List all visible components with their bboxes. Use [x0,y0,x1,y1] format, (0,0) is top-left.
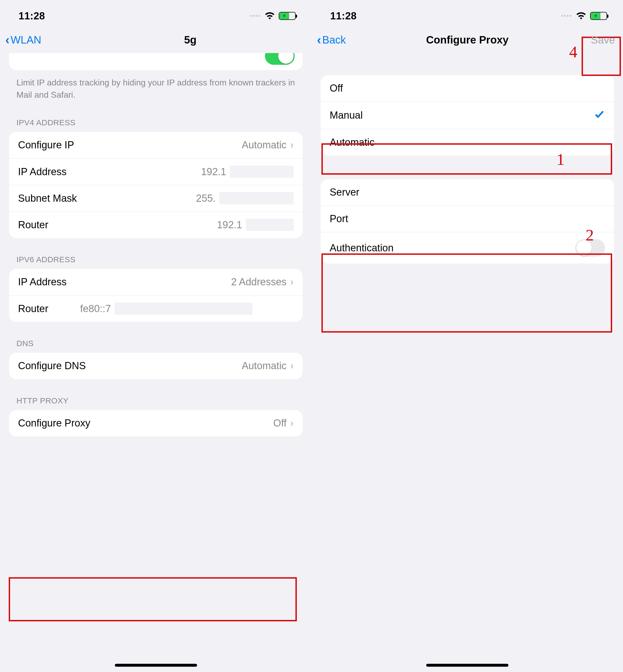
cellular-dots-icon: •••• [249,12,261,20]
home-indicator[interactable] [426,664,508,667]
configure-dns-row[interactable]: Configure DNS Automatic› [9,353,303,379]
section-header-dns: DNS [9,322,303,353]
status-time: 11:28 [330,10,357,22]
router-ipv6-value: fe80::7 [80,303,111,314]
dns-card: Configure DNS Automatic› [9,353,303,379]
configure-dns-value: Automatic [242,360,287,371]
configure-dns-label: Configure DNS [18,360,86,371]
ip-address-row: IP Address 192.1 [9,159,303,185]
section-header-proxy: HTTP PROXY [9,379,303,410]
router-ipv4-row: Router 192.1 [9,212,303,238]
authentication-label: Authentication [330,242,393,254]
configure-ip-value: Automatic [242,139,287,151]
proxy-automatic-row[interactable]: Automatic [321,129,614,156]
checkmark-icon [594,109,605,122]
nav-bar: ‹ WLAN 5g [0,27,312,53]
ip-address-value: 192.1 [201,166,226,177]
cellular-dots-icon: •••• [561,12,572,20]
subnet-mask-value: 255. [196,193,216,204]
toggle-on-icon[interactable] [265,53,295,65]
status-icons: •••• ⚡︎ [561,12,607,20]
configure-proxy-screen: 11:28 •••• ⚡︎ ‹ Back Configure Proxy Sav… [312,0,623,672]
ip-address-v6-label: IP Address [18,276,66,288]
router-ipv4-value: 192.1 [217,219,242,231]
proxy-card: Configure Proxy Off› [9,410,303,437]
configure-proxy-label: Configure Proxy [18,418,90,429]
configure-proxy-row[interactable]: Configure Proxy Off› [9,410,303,437]
status-time: 11:28 [19,10,45,22]
router-ipv6-label: Router [18,303,48,314]
proxy-automatic-label: Automatic [330,137,375,148]
battery-icon: ⚡︎ [279,12,296,20]
proxy-fields-card: Server Port Authentication [321,179,614,263]
configure-proxy-value: Off [273,418,287,429]
port-label: Port [330,213,348,225]
ip-address-v6-row[interactable]: IP Address 2 Addresses› [9,269,303,296]
proxy-manual-row[interactable]: Manual [321,102,614,129]
section-header-ipv4: IPV4 ADDRESS [9,101,303,132]
tracking-description: Limit IP address tracking by hiding your… [9,74,303,101]
wifi-icon [576,12,586,20]
previous-card-peek [9,53,303,70]
battery-icon: ⚡︎ [590,12,607,20]
authentication-row: Authentication [321,232,614,263]
status-bar: 11:28 •••• ⚡︎ [312,0,623,27]
proxy-mode-card: Off Manual Automatic [321,75,614,156]
annotation-number-4: 4 [569,43,577,61]
redaction-mask [246,219,294,231]
router-ipv6-row: Router fe80::7 [9,296,303,322]
chevron-right-icon: › [290,418,294,429]
ip-address-v6-value: 2 Addresses [231,276,287,288]
proxy-off-row[interactable]: Off [321,75,614,102]
status-icons: •••• ⚡︎ [249,12,296,20]
ip-address-label: IP Address [18,166,66,177]
annotation-number-2: 2 [586,226,594,245]
proxy-manual-label: Manual [330,110,363,121]
redaction-mask [230,166,294,178]
chevron-right-icon: › [290,360,294,371]
router-ipv4-label: Router [18,219,48,231]
port-row[interactable]: Port [321,205,614,232]
proxy-off-label: Off [330,83,343,94]
wifi-icon [264,12,275,20]
redaction-mask [115,303,253,315]
wlan-details-screen: 11:28 •••• ⚡︎ ‹ WLAN 5g Limit IP add [0,0,312,672]
save-button[interactable]: Save [591,34,615,46]
ipv4-card: Configure IP Automatic› IP Address 192.1… [9,132,303,238]
section-header-ipv6: IPV6 ADDRESS [9,238,303,269]
home-indicator[interactable] [115,664,197,667]
ipv6-card: IP Address 2 Addresses› Router fe80::7 [9,269,303,322]
page-title: 5g [0,34,312,46]
annotation-number-1: 1 [557,150,565,169]
server-row[interactable]: Server [321,179,614,205]
server-label: Server [330,187,359,198]
subnet-mask-row: Subnet Mask 255. [9,185,303,212]
configure-ip-label: Configure IP [18,139,74,151]
redaction-mask [219,192,294,204]
chevron-right-icon: › [290,139,294,151]
subnet-mask-label: Subnet Mask [18,193,77,204]
configure-ip-row[interactable]: Configure IP Automatic› [9,132,303,159]
chevron-right-icon: › [290,276,294,288]
status-bar: 11:28 •••• ⚡︎ [0,0,312,27]
